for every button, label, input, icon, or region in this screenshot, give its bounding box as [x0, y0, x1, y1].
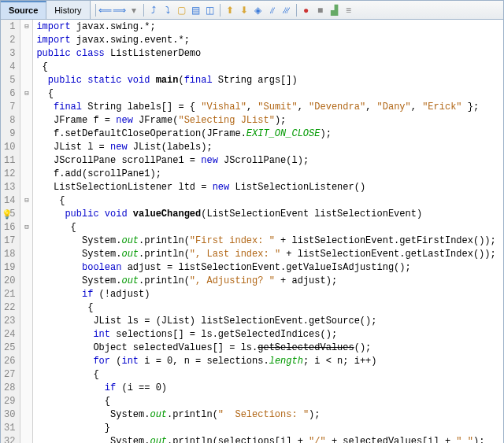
- nav-back-icon[interactable]: ⟸: [99, 4, 112, 17]
- code-editor[interactable]: 123456789101112131415💡161718192021222324…: [1, 20, 503, 443]
- code-line[interactable]: System.out.println("First index: " + lis…: [36, 234, 503, 248]
- fold-marker: [20, 368, 32, 382]
- code-line[interactable]: f.setDefaultCloseOperation(JFrame.EXIT_O…: [36, 127, 503, 141]
- dropdown-icon[interactable]: ▾: [128, 4, 140, 17]
- uncomment-icon[interactable]: ⫻: [280, 4, 293, 17]
- tab-source[interactable]: Source: [1, 1, 46, 19]
- nav-fwd-icon[interactable]: ⟹: [113, 4, 126, 17]
- fold-marker: [20, 408, 32, 422]
- more-icon[interactable]: ≡: [343, 4, 355, 17]
- code-line[interactable]: System.out.println(", Adjusting? " + adj…: [36, 275, 503, 288]
- fold-marker: [20, 154, 32, 168]
- code-line[interactable]: if (!adjust): [36, 288, 503, 301]
- code-line[interactable]: {: [36, 301, 503, 315]
- fold-marker: [20, 341, 32, 355]
- code-line[interactable]: {: [36, 194, 503, 208]
- fold-marker: [20, 74, 32, 87]
- comment-icon[interactable]: ⫽: [266, 4, 279, 17]
- fold-marker: [20, 168, 32, 181]
- code-line[interactable]: for (int i = 0, n = selections.length; i…: [36, 355, 503, 368]
- code-line[interactable]: {: [36, 395, 503, 408]
- separator: [143, 4, 144, 17]
- code-line[interactable]: JFrame f = new JFrame("Selecting JList")…: [36, 114, 503, 127]
- fold-marker: [20, 47, 32, 61]
- code-line[interactable]: public static void main(final String arg…: [36, 74, 503, 87]
- fold-marker: [20, 61, 32, 74]
- line-number: 23: [1, 315, 20, 328]
- layout-icon[interactable]: ▤: [190, 4, 202, 17]
- fold-marker: [20, 248, 32, 261]
- fold-marker: [20, 261, 32, 275]
- fold-marker: [20, 114, 32, 127]
- code-line[interactable]: }: [36, 422, 503, 435]
- toolbar: ⟸ ⟹ ▾ ⤴ ⤵ ▢ ▤ ◫ ⬆ ⬇ ◈ ⫽ ⫻ ● ■ ▟ ≡: [91, 4, 355, 17]
- shift-down-icon[interactable]: ⬇: [238, 4, 250, 17]
- code-line[interactable]: int selections[] = ls.getSelectedIndices…: [36, 328, 503, 341]
- stop-icon[interactable]: ■: [314, 4, 327, 17]
- fold-marker: [20, 181, 32, 194]
- find-next-icon[interactable]: ⤵: [161, 4, 174, 17]
- tab-history[interactable]: History: [46, 1, 90, 19]
- line-gutter: 123456789101112131415💡161718192021222324…: [1, 20, 20, 443]
- line-number: 32: [1, 435, 20, 443]
- fold-marker: [20, 275, 32, 288]
- chart-icon[interactable]: ▟: [328, 4, 341, 17]
- code-line[interactable]: {: [36, 61, 503, 74]
- editor-window: Source History ⟸ ⟹ ▾ ⤴ ⤵ ▢ ▤ ◫ ⬆ ⬇ ◈ ⫽ ⫻…: [0, 0, 504, 443]
- code-line[interactable]: import javax.swing.event.*;: [36, 34, 503, 47]
- fold-marker[interactable]: ⊟: [20, 87, 32, 101]
- fold-marker: [20, 315, 32, 328]
- record-icon[interactable]: ●: [300, 4, 313, 17]
- fold-marker[interactable]: ⊟: [20, 221, 32, 234]
- highlight-icon[interactable]: ▢: [176, 4, 188, 17]
- code-line[interactable]: f.add(scrollPane1);: [36, 168, 503, 181]
- bookmark-icon[interactable]: ◈: [252, 4, 265, 17]
- line-number: 8: [1, 114, 20, 127]
- code-line[interactable]: ListSelectionListener ltd = new ListSele…: [36, 181, 503, 194]
- line-number: 11: [1, 154, 20, 168]
- line-number: 5: [1, 74, 20, 87]
- fold-marker: [20, 34, 32, 47]
- code-line[interactable]: final String labels[] = { "Vishal", "Sum…: [36, 101, 503, 114]
- code-line[interactable]: JScrollPane scrollPane1 = new JScrollPan…: [36, 154, 503, 168]
- line-number: 18: [1, 248, 20, 261]
- fold-marker[interactable]: ⊟: [20, 20, 32, 34]
- fold-marker: [20, 127, 32, 141]
- line-number: 7: [1, 101, 20, 114]
- code-area[interactable]: import javax.swing.*;import javax.swing.…: [33, 20, 503, 443]
- code-line[interactable]: {: [36, 368, 503, 382]
- code-line[interactable]: {: [36, 87, 503, 101]
- line-number: 15💡: [1, 208, 20, 221]
- fold-marker: [20, 208, 32, 221]
- code-line[interactable]: JList l = new JList(labels);: [36, 141, 503, 154]
- code-line[interactable]: System.out.println(selections[i] + "/" +…: [36, 435, 503, 443]
- line-number: 26: [1, 355, 20, 368]
- fold-marker: [20, 301, 32, 315]
- code-line[interactable]: System.out.println(" Selections: ");: [36, 408, 503, 422]
- toggle-icon[interactable]: ◫: [204, 4, 217, 17]
- code-line[interactable]: if (i == 0): [36, 382, 503, 395]
- fold-marker: [20, 395, 32, 408]
- code-line[interactable]: System.out.println(", Last index: " + li…: [36, 248, 503, 261]
- line-number: 16: [1, 221, 20, 234]
- code-line[interactable]: JList ls = (JList) listSelectionEvent.ge…: [36, 315, 503, 328]
- shift-up-icon[interactable]: ⬆: [224, 4, 236, 17]
- code-line[interactable]: public void valueChanged(ListSelectionEv…: [36, 208, 503, 221]
- line-number: 19: [1, 261, 20, 275]
- code-line[interactable]: {: [36, 221, 503, 234]
- fold-marker: [20, 141, 32, 154]
- lightbulb-icon[interactable]: 💡: [2, 209, 13, 222]
- line-number: 21: [1, 288, 20, 301]
- line-number: 14: [1, 194, 20, 208]
- code-line[interactable]: Object selectedValues[] = ls.getSelected…: [36, 341, 503, 355]
- line-number: 12: [1, 168, 20, 181]
- find-prev-icon[interactable]: ⤴: [147, 4, 160, 17]
- code-line[interactable]: public class ListListenerDemo: [36, 47, 503, 61]
- code-line[interactable]: boolean adjust = listSelectionEvent.getV…: [36, 261, 503, 275]
- line-number: 22: [1, 301, 20, 315]
- fold-marker[interactable]: ⊟: [20, 194, 32, 208]
- line-number: 30: [1, 408, 20, 422]
- fold-marker: [20, 382, 32, 395]
- separator: [95, 4, 96, 17]
- code-line[interactable]: import javax.swing.*;: [36, 20, 503, 34]
